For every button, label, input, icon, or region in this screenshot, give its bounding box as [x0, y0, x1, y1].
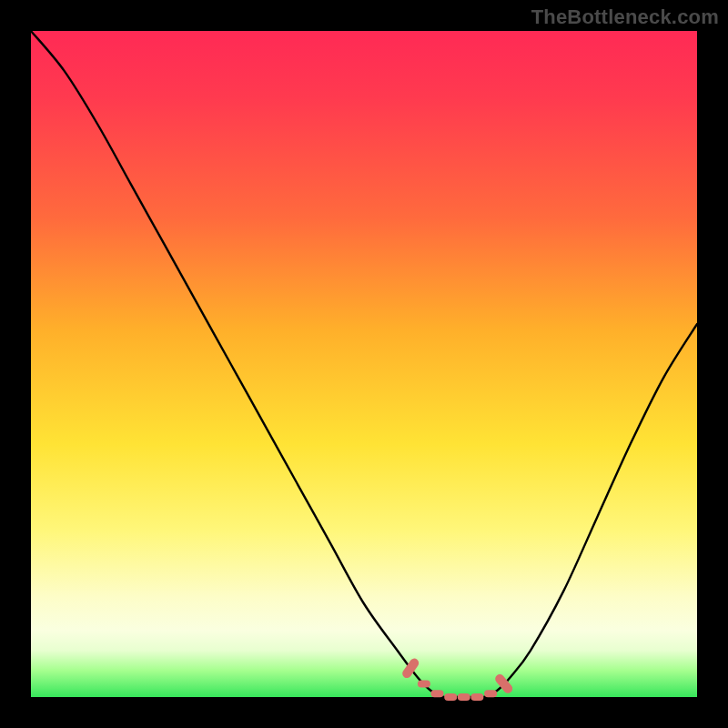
sweet-spot-marker: [431, 690, 444, 697]
watermark-text: TheBottleneck.com: [531, 5, 719, 29]
sweet-spot-marker: [470, 693, 483, 701]
sweet-spot-marker: [444, 693, 457, 701]
plot-area: [31, 31, 697, 697]
sweet-spot-marker: [418, 680, 430, 687]
bottleneck-curve-path: [31, 31, 697, 698]
curve-svg: [31, 31, 697, 697]
chart-stage: TheBottleneck.com: [0, 0, 728, 728]
sweet-spot-marker: [484, 690, 497, 697]
sweet-spot-marker: [458, 693, 470, 701]
